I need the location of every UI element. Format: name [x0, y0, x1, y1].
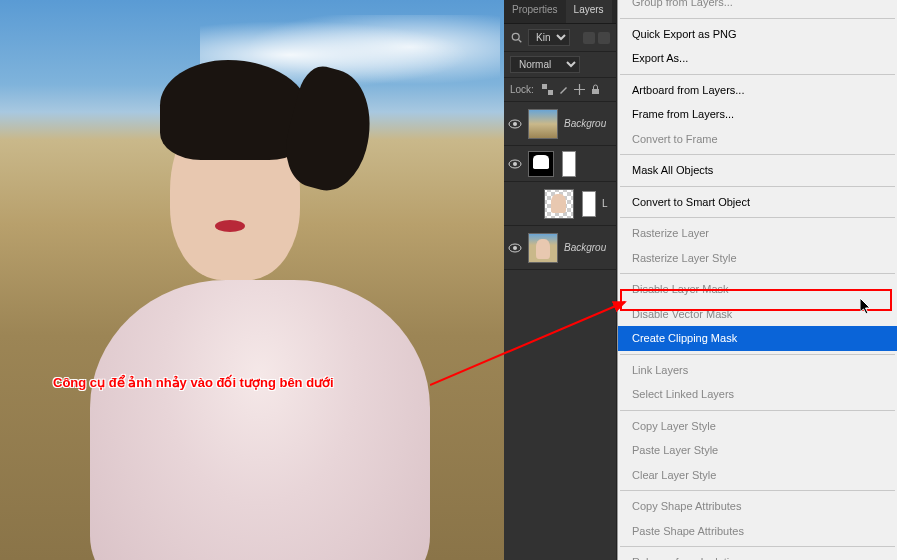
menu-paste-shape-attributes: Paste Shape Attributes: [618, 519, 897, 544]
layer-row[interactable]: Backgrou: [504, 102, 616, 146]
layer-row[interactable]: L: [504, 182, 616, 226]
visibility-toggle[interactable]: [508, 157, 522, 171]
lock-row: Lock:: [504, 78, 616, 102]
menu-separator: [620, 18, 895, 19]
svg-point-7: [513, 122, 517, 126]
lock-all-icon[interactable]: [590, 84, 601, 95]
eye-icon: [508, 243, 522, 253]
menu-copy-shape-attributes: Copy Shape Attributes: [618, 494, 897, 519]
menu-separator: [620, 410, 895, 411]
layer-filter-row: Kind: [504, 24, 616, 52]
layer-mask-thumbnail[interactable]: [562, 151, 576, 177]
menu-copy-layer-style: Copy Layer Style: [618, 414, 897, 439]
layer-mask-thumbnail[interactable]: [582, 191, 596, 217]
menu-quick-export-png[interactable]: Quick Export as PNG: [618, 22, 897, 47]
layer-thumbnail[interactable]: [528, 151, 554, 177]
menu-convert-to-smart-object[interactable]: Convert to Smart Object: [618, 190, 897, 215]
layer-row[interactable]: [504, 146, 616, 182]
canvas-image-figure: [50, 60, 430, 560]
menu-release-from-isolation: Release from Isolation: [618, 550, 897, 560]
blend-mode-row: Normal: [504, 52, 616, 78]
menu-rasterize-layer: Rasterize Layer: [618, 221, 897, 246]
menu-artboard-from-layers[interactable]: Artboard from Layers...: [618, 78, 897, 103]
menu-mask-all-objects[interactable]: Mask All Objects: [618, 158, 897, 183]
svg-point-11: [513, 246, 517, 250]
lock-transparency-icon[interactable]: [542, 84, 553, 95]
eye-icon: [508, 119, 522, 129]
document-canvas[interactable]: Công cụ để ảnh nhảy vào đối tượng bên dư…: [0, 0, 504, 560]
menu-create-clipping-mask[interactable]: Create Clipping Mask: [618, 326, 897, 351]
menu-frame-from-layers[interactable]: Frame from Layers...: [618, 102, 897, 127]
menu-separator: [620, 154, 895, 155]
menu-export-as[interactable]: Export As...: [618, 46, 897, 71]
svg-rect-3: [542, 84, 547, 89]
svg-point-1: [512, 33, 519, 40]
filter-adjust-icon[interactable]: [598, 32, 610, 44]
layer-name[interactable]: Backgrou: [564, 118, 606, 129]
svg-point-9: [513, 162, 517, 166]
menu-paste-layer-style: Paste Layer Style: [618, 438, 897, 463]
visibility-toggle[interactable]: [508, 241, 522, 255]
eye-icon: [508, 159, 522, 169]
layer-name[interactable]: Backgrou: [564, 242, 606, 253]
layer-row[interactable]: Backgrou: [504, 226, 616, 270]
menu-separator: [620, 490, 895, 491]
tab-properties[interactable]: Properties: [504, 0, 566, 23]
menu-separator: [620, 217, 895, 218]
tab-layers[interactable]: Layers: [566, 0, 612, 23]
menu-separator: [620, 546, 895, 547]
visibility-toggle[interactable]: [508, 197, 522, 211]
menu-disable-vector-mask: Disable Vector Mask: [618, 302, 897, 327]
menu-separator: [620, 273, 895, 274]
menu-disable-layer-mask: Disable Layer Mask: [618, 277, 897, 302]
menu-separator: [620, 354, 895, 355]
layer-thumbnail[interactable]: [528, 233, 558, 263]
lock-label: Lock:: [510, 84, 534, 95]
menu-convert-to-frame: Convert to Frame: [618, 127, 897, 152]
panel-tab-bar: Properties Layers: [504, 0, 616, 24]
menu-group-from-layers: Group from Layers...: [618, 0, 897, 15]
blend-mode-select[interactable]: Normal: [510, 56, 580, 73]
search-icon[interactable]: [510, 31, 524, 45]
right-panels: Properties Layers Kind Normal Lock:: [504, 0, 897, 560]
svg-line-2: [519, 39, 522, 42]
layer-context-menu: Group from Layers... Quick Export as PNG…: [617, 0, 897, 560]
menu-clear-layer-style: Clear Layer Style: [618, 463, 897, 488]
annotation-text: Công cụ để ảnh nhảy vào đối tượng bên dư…: [53, 375, 334, 390]
layer-thumbnail[interactable]: [528, 109, 558, 139]
menu-rasterize-layer-style: Rasterize Layer Style: [618, 246, 897, 271]
filter-kind-select[interactable]: Kind: [528, 29, 570, 46]
layer-list: Backgrou L Backgrou: [504, 102, 616, 270]
lock-position-icon[interactable]: [574, 84, 585, 95]
menu-link-layers: Link Layers: [618, 358, 897, 383]
layer-thumbnail[interactable]: [544, 189, 574, 219]
visibility-toggle[interactable]: [508, 117, 522, 131]
filter-pixel-icon[interactable]: [583, 32, 595, 44]
lock-brush-icon[interactable]: [558, 84, 569, 95]
layers-panel: Properties Layers Kind Normal Lock:: [504, 0, 617, 560]
layer-name[interactable]: L: [602, 198, 608, 209]
menu-separator: [620, 74, 895, 75]
svg-rect-5: [592, 89, 599, 94]
menu-select-linked-layers: Select Linked Layers: [618, 382, 897, 407]
svg-rect-4: [548, 90, 553, 95]
menu-separator: [620, 186, 895, 187]
